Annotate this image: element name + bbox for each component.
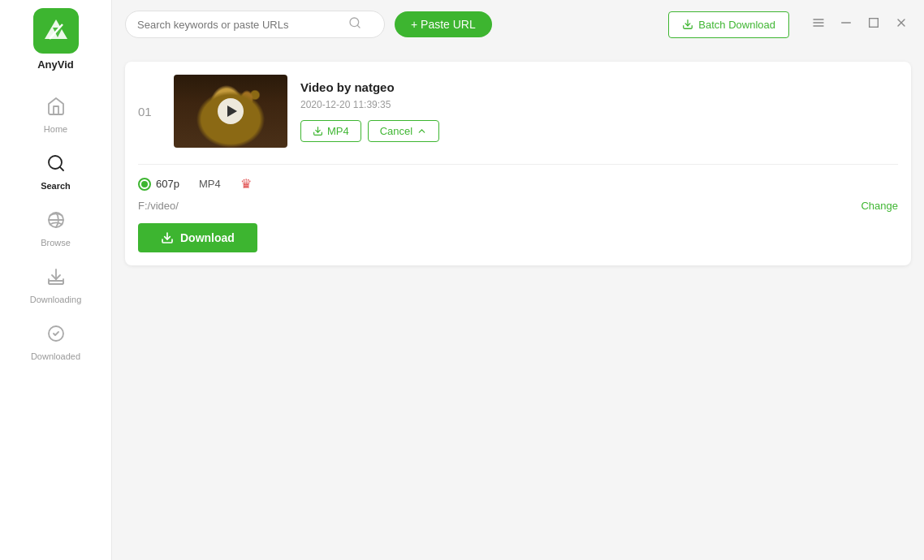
- video-date: 2020-12-20 11:39:35: [300, 99, 898, 110]
- sidebar-item-downloading[interactable]: Downloading: [0, 257, 111, 314]
- chevron-up-icon: [417, 126, 427, 136]
- sidebar: AnyVid Home Search Brow: [0, 0, 112, 560]
- svg-rect-16: [870, 19, 879, 28]
- radio-button: [138, 178, 151, 191]
- main-content: + Paste URL Batch Download: [112, 0, 924, 560]
- download-label: Download: [180, 231, 235, 244]
- mp4-button[interactable]: MP4: [300, 120, 361, 142]
- topbar-right: Batch Download: [668, 11, 911, 38]
- video-thumbnail[interactable]: [174, 75, 287, 148]
- format-label: MP4: [199, 178, 221, 190]
- video-card: 01 Video by natgeo 2020-12-20 11:39:35: [125, 62, 911, 265]
- video-actions: MP4 Cancel: [300, 120, 898, 142]
- minimize-button[interactable]: [836, 15, 856, 34]
- logo-area: AnyVid: [33, 8, 79, 71]
- video-info: Video by natgeo 2020-12-20 11:39:35 MP4: [300, 80, 898, 142]
- batch-download-button[interactable]: Batch Download: [668, 11, 789, 38]
- sidebar-item-home-label: Home: [44, 124, 67, 134]
- quality-radio[interactable]: 607p: [138, 178, 179, 191]
- download-icon: [161, 231, 174, 244]
- radio-dot: [141, 181, 148, 187]
- change-link[interactable]: Change: [861, 200, 898, 212]
- content-area: 01 Video by natgeo 2020-12-20 11:39:35: [112, 49, 924, 560]
- app-name: AnyVid: [37, 58, 74, 71]
- sidebar-item-downloading-label: Downloading: [30, 295, 82, 304]
- batch-download-icon: [682, 19, 693, 30]
- crown-icon: ♛: [240, 176, 252, 192]
- topbar: + Paste URL Batch Download: [112, 0, 924, 49]
- browse-icon: [46, 210, 66, 235]
- paste-url-button[interactable]: + Paste URL: [395, 11, 492, 37]
- quality-row: 607p MP4 ♛: [138, 176, 898, 192]
- app-logo: [33, 8, 79, 54]
- close-button[interactable]: [892, 15, 911, 34]
- menu-button[interactable]: [809, 15, 828, 34]
- download-button[interactable]: Download: [138, 223, 257, 252]
- window-controls: [809, 15, 911, 34]
- path-row: F:/video/ Change: [138, 200, 898, 212]
- video-header: 01 Video by natgeo 2020-12-20 11:39:35: [138, 75, 898, 161]
- search-icon: [46, 153, 66, 178]
- cancel-button[interactable]: Cancel: [368, 120, 439, 142]
- sidebar-item-browse[interactable]: Browse: [0, 200, 111, 257]
- sidebar-item-downloaded[interactable]: Downloaded: [0, 314, 111, 371]
- sidebar-item-downloaded-label: Downloaded: [31, 351, 80, 361]
- batch-download-label: Batch Download: [698, 19, 775, 31]
- search-input[interactable]: [137, 19, 348, 31]
- maximize-button[interactable]: [864, 15, 883, 34]
- svg-rect-7: [49, 281, 63, 284]
- play-icon: [227, 106, 237, 117]
- quality-label: 607p: [156, 178, 179, 190]
- svg-line-4: [59, 167, 63, 170]
- sidebar-item-search-label: Search: [41, 181, 71, 191]
- downloading-icon: [46, 267, 66, 291]
- search-bar-container: [125, 11, 385, 38]
- file-path: F:/video/: [138, 200, 179, 212]
- svg-line-10: [357, 25, 360, 28]
- mp4-download-icon: [313, 126, 323, 136]
- search-bar-icon: [348, 16, 361, 32]
- video-title: Video by natgeo: [300, 80, 898, 94]
- sidebar-item-home[interactable]: Home: [0, 87, 111, 144]
- download-options: 607p MP4 ♛ F:/video/ Change Download: [138, 164, 898, 252]
- sidebar-item-search[interactable]: Search: [0, 144, 111, 200]
- sidebar-item-browse-label: Browse: [41, 238, 71, 248]
- topbar-left: + Paste URL: [125, 11, 492, 38]
- video-number: 01: [138, 105, 161, 118]
- play-button[interactable]: [218, 98, 244, 124]
- downloaded-icon: [46, 324, 66, 348]
- home-icon: [46, 97, 66, 121]
- mp4-label: MP4: [327, 125, 349, 137]
- cancel-label: Cancel: [380, 125, 412, 137]
